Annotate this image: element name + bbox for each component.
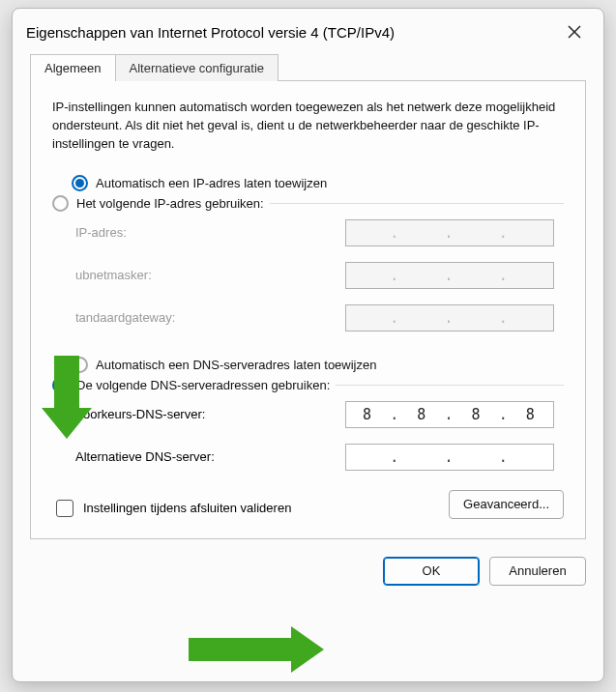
radio-ip-manual[interactable]: Het volgende IP-adres gebruiken: [52, 195, 270, 212]
field-preferred-dns: Voorkeurs-DNS-server: 8. 8. 8. 8 [52, 393, 564, 436]
gateway-label: tandaardgateway: [75, 310, 175, 325]
cancel-button[interactable]: Annuleren [489, 557, 586, 586]
validate-label: Instellingen tijdens afsluiten valideren [83, 501, 291, 515]
advanced-button[interactable]: Geavanceerd... [449, 490, 564, 519]
description-text: IP-instellingen kunnen automatisch worde… [52, 99, 564, 154]
annotation-arrow-down-icon [42, 356, 92, 441]
field-ip-address: IP-adres: ... [52, 212, 564, 254]
annotation-arrow-right-icon [189, 626, 332, 673]
radio-dns-manual-label: De volgende DNS-serveradressen gebruiken… [76, 378, 330, 392]
dialog-buttons: OK Annuleren [13, 557, 603, 603]
dialog-title: Eigenschappen van Internet Protocol vers… [26, 24, 559, 41]
field-subnet: ubnetmasker: ... [52, 254, 564, 297]
preferred-dns-input[interactable]: 8. 8. 8. 8 [345, 401, 554, 428]
tab-panel-general: IP-instellingen kunnen automatisch worde… [30, 80, 586, 539]
ok-button[interactable]: OK [383, 557, 480, 586]
alternate-dns-input[interactable]: . . . [345, 444, 554, 471]
checkbox-icon [56, 500, 73, 517]
ipv4-properties-dialog: Eigenschappen van Internet Protocol vers… [12, 8, 604, 682]
radio-dns-auto-label: Automatisch een DNS-serveradres laten to… [96, 358, 376, 372]
tabstrip: Algemeen Alternatieve configuratie [13, 53, 603, 80]
radio-dns-manual[interactable]: De volgende DNS-serveradressen gebruiken… [52, 377, 336, 393]
radio-icon [72, 175, 88, 191]
dns-manual-group: De volgende DNS-serveradressen gebruiken… [52, 377, 564, 478]
close-button[interactable] [559, 18, 590, 45]
radio-dns-auto[interactable]: Automatisch een DNS-serveradres laten to… [52, 353, 564, 377]
alternate-dns-label: Alternatieve DNS-server: [75, 449, 215, 464]
field-gateway: tandaardgateway: ... [52, 297, 564, 339]
subnet-input: ... [345, 262, 554, 289]
radio-icon [52, 195, 69, 212]
radio-ip-auto[interactable]: Automatisch een IP-adres laten toewijzen [52, 171, 564, 195]
subnet-label: ubnetmasker: [75, 268, 152, 282]
radio-ip-auto-label: Automatisch een IP-adres laten toewijzen [96, 176, 327, 190]
radio-ip-manual-label: Het volgende IP-adres gebruiken: [76, 196, 264, 211]
titlebar: Eigenschappen van Internet Protocol vers… [13, 9, 603, 53]
field-alternate-dns: Alternatieve DNS-server: . . . [52, 436, 564, 478]
preferred-dns-label: Voorkeurs-DNS-server: [75, 407, 205, 421]
gateway-input: ... [345, 304, 554, 332]
tab-general[interactable]: Algemeen [30, 54, 116, 81]
ip-manual-group: Het volgende IP-adres gebruiken: IP-adre… [52, 195, 564, 339]
ip-address-label: IP-adres: [75, 225, 127, 240]
ip-address-input: ... [345, 219, 554, 246]
close-icon [568, 25, 581, 39]
tab-alternate-config[interactable]: Alternatieve configuratie [116, 54, 279, 81]
